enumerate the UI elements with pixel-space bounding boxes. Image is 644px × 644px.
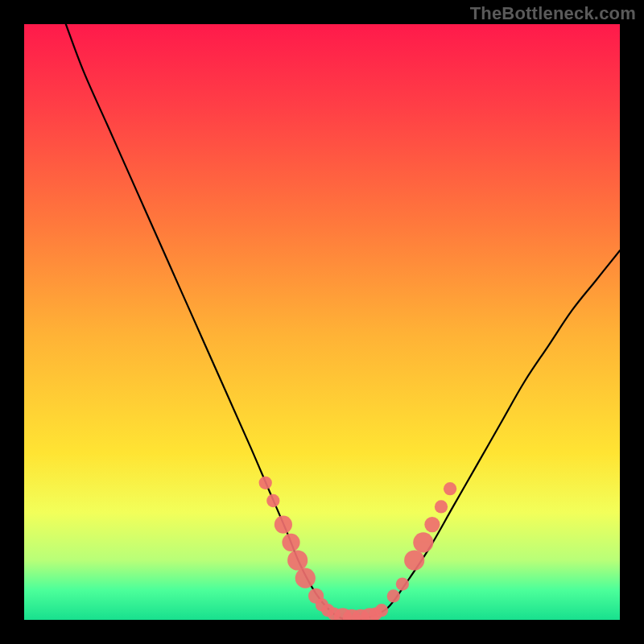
- curve-marker: [387, 589, 400, 602]
- curve-svg: [24, 24, 620, 620]
- curve-marker: [282, 534, 299, 551]
- curve-marker: [404, 550, 424, 570]
- curve-marker: [435, 500, 448, 513]
- watermark-text: TheBottleneck.com: [470, 3, 636, 24]
- plot-area: [24, 24, 620, 620]
- curve-marker: [259, 477, 272, 489]
- bottleneck-curve: [66, 24, 620, 620]
- curve-marker: [266, 494, 279, 507]
- curve-marker: [375, 604, 388, 617]
- curve-marker: [424, 517, 440, 532]
- curve-marker: [396, 577, 409, 590]
- curve-marker: [287, 550, 308, 570]
- curve-markers: [259, 477, 457, 620]
- chart-frame: TheBottleneck.com: [0, 0, 644, 644]
- curve-marker: [275, 516, 292, 534]
- curve-marker: [295, 568, 316, 588]
- curve-marker: [444, 482, 456, 495]
- curve-marker: [413, 532, 433, 552]
